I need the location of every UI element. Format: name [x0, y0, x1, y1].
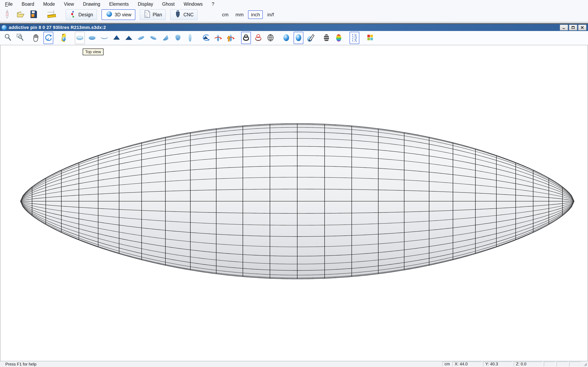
cnc-mode-button[interactable]: CNC: [170, 9, 198, 20]
document-title: addictive pin 8 0 27 93litres R213mm.s3d…: [9, 25, 559, 30]
paint-design-icon[interactable]: [306, 32, 316, 44]
status-y-coord: Y: 40.3: [483, 362, 512, 367]
nose-view-icon[interactable]: [112, 32, 121, 44]
new-board-icon: [3, 9, 12, 20]
open-button[interactable]: [16, 9, 25, 20]
rocker-view-icon[interactable]: [99, 32, 109, 44]
rotate-3d-icon[interactable]: [43, 32, 53, 44]
flip-vertical-icon[interactable]: [225, 32, 235, 44]
flow-lines-icon[interactable]: [350, 32, 359, 44]
measurements-button[interactable]: [47, 9, 56, 20]
document-titlebar[interactable]: addictive pin 8 0 27 93litres R213mm.s3d…: [0, 24, 588, 31]
menu-item-elements[interactable]: Elements: [107, 1, 131, 7]
tail-view-icon[interactable]: [124, 32, 134, 44]
design-icon: [70, 10, 77, 19]
perspective-view-3-icon[interactable]: [161, 32, 171, 44]
cnc-label: CNC: [183, 12, 194, 17]
menu-item-board[interactable]: Board: [19, 1, 36, 7]
wireframe-view-icon[interactable]: [241, 32, 251, 44]
main-toolbar: Design 3D view Plan CNC cm mm inch in/f: [0, 8, 588, 21]
menu-item-ghost[interactable]: Ghost: [160, 1, 177, 7]
design-label: Design: [78, 12, 93, 17]
unit-mm[interactable]: mm: [233, 11, 246, 18]
zoom-window-icon[interactable]: [16, 32, 25, 44]
zoom-icon[interactable]: [3, 32, 13, 44]
save-floppy-icon: [29, 9, 38, 20]
shaded-view-icon[interactable]: [281, 32, 291, 44]
tooltip: Top view: [83, 49, 104, 55]
new-board-button[interactable]: [2, 9, 12, 20]
perspective-view-4-icon[interactable]: [173, 32, 183, 44]
render-light-icon[interactable]: [59, 32, 69, 44]
top-view-icon[interactable]: [75, 32, 85, 44]
shadow-bands-view-icon[interactable]: [321, 32, 331, 44]
3d-view-label: 3D view: [115, 12, 131, 17]
pan-hand-icon[interactable]: [31, 32, 41, 44]
board-3d-model[interactable]: [20, 123, 575, 280]
ruler-icon: [47, 9, 57, 20]
menu-item-windows[interactable]: Windows: [181, 1, 205, 7]
viewport-3d[interactable]: Top view: [0, 45, 588, 361]
3d-view-mode-button[interactable]: 3D view: [102, 9, 136, 20]
status-help-text: Press F1 for help: [5, 362, 441, 367]
plan-label: Plan: [153, 12, 162, 17]
bottom-view-icon[interactable]: [87, 32, 97, 44]
side-view-icon[interactable]: [185, 32, 195, 44]
plan-icon: [144, 10, 151, 19]
spin-horizontal-icon[interactable]: [213, 32, 223, 44]
shaded-current-view-icon[interactable]: [294, 32, 303, 44]
3d-view-icon: [105, 10, 113, 19]
menu-item-mode[interactable]: Mode: [41, 1, 57, 7]
units-group: cm mm inch in/f: [219, 10, 278, 19]
open-folder-icon: [16, 9, 25, 20]
plan-mode-button[interactable]: Plan: [140, 9, 166, 20]
cnc-icon: [174, 10, 182, 20]
mesh-view-icon[interactable]: [266, 32, 276, 44]
menu-item-view[interactable]: View: [62, 1, 76, 7]
rotate-nose-icon[interactable]: [201, 32, 211, 44]
status-empty-3: [569, 362, 581, 367]
minimize-button[interactable]: [560, 25, 568, 30]
menu-item-help[interactable]: ?: [209, 1, 217, 7]
perspective-view-1-icon[interactable]: [136, 32, 146, 44]
save-button[interactable]: [29, 9, 38, 20]
status-bar: Press F1 for help cm X: 44.0 Y: 40.3 Z: …: [0, 361, 588, 367]
color-tiles-icon[interactable]: [365, 32, 375, 44]
status-unit: cm: [442, 362, 451, 367]
unit-inch[interactable]: inch: [248, 10, 263, 19]
close-button[interactable]: [578, 25, 586, 30]
status-empty-2: [557, 362, 568, 367]
menu-item-drawing[interactable]: Drawing: [81, 1, 102, 7]
curvature-map-view-icon[interactable]: [334, 32, 344, 44]
status-z-coord: Z: 0.0: [514, 362, 542, 367]
wireframe-red-view-icon[interactable]: [253, 32, 263, 44]
design-mode-button[interactable]: Design: [66, 9, 97, 20]
perspective-view-2-icon[interactable]: [148, 32, 158, 44]
menu-item-display[interactable]: Display: [136, 1, 155, 7]
bevel-light: [0, 21, 588, 23]
status-x-coord: X: 44.0: [452, 362, 481, 367]
maximize-button[interactable]: [569, 25, 577, 30]
menu-bar: FileBoardModeViewDrawingElementsDisplayG…: [0, 0, 588, 8]
board-file-icon: [2, 25, 7, 30]
view-toolbar: [0, 31, 588, 45]
status-empty-1: [544, 362, 555, 367]
unit-cm[interactable]: cm: [219, 11, 231, 18]
unit-inf[interactable]: in/f: [265, 11, 276, 18]
resize-grip-icon[interactable]: [583, 362, 587, 367]
menu-item-file[interactable]: File: [3, 1, 15, 7]
